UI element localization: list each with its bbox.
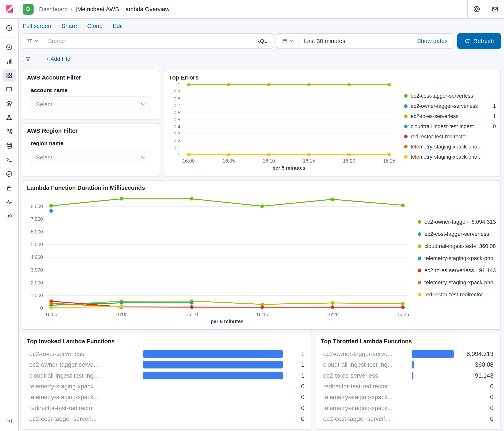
- sidebar-item-uptime[interactable]: [2, 168, 16, 180]
- dashboard-row-1: AWS Account Filter account name Select..…: [22, 70, 501, 176]
- add-filter-link[interactable]: + Add filter: [46, 56, 72, 62]
- bar-row[interactable]: telemetry-staging-xpack...0: [29, 382, 305, 391]
- save-query-button[interactable]: [22, 34, 43, 48]
- account-name-label: account name: [31, 87, 151, 94]
- kibana-app: D Dashboard / [Metricbeat AWS] Lambda Ov…: [0, 0, 504, 431]
- bar-row[interactable]: ec2-owner-tagger-serve...1: [29, 360, 305, 369]
- top-errors-chart[interactable]: 00.10.20.30.40.50.60.70.80.9116:0016:051…: [169, 81, 496, 172]
- sidebar-item-graph[interactable]: [2, 125, 16, 138]
- sidebar-item-dev-tools[interactable]: [2, 154, 16, 166]
- lambda-duration-chart[interactable]: 01,0002,0003,0004,0005,0006,0007,0008,00…: [27, 191, 496, 326]
- bar-value: 1: [287, 350, 305, 357]
- legend-item[interactable]: telemetry-staging-xpack-pho...: [418, 276, 496, 289]
- legend-item[interactable]: telemetry-staging-xpack-pho...: [418, 252, 496, 264]
- sidebar-item-dashboard[interactable]: [2, 69, 16, 82]
- sidebar-item-canvas[interactable]: [2, 83, 16, 96]
- search-input[interactable]: [43, 38, 251, 44]
- sidebar-item-management[interactable]: [2, 210, 16, 222]
- show-dates-link[interactable]: Show dates: [412, 38, 453, 44]
- axis-title: per 5 minutes: [272, 165, 305, 171]
- chart-canvas[interactable]: 00.10.20.30.40.50.60.70.80.9116:0016:051…: [169, 81, 400, 172]
- legend-item[interactable]: redirector-test-redirector: [404, 131, 496, 142]
- sidebar-item-discover[interactable]: [2, 41, 16, 54]
- bar-track: [143, 383, 283, 390]
- sidebar-item-metrics[interactable]: [2, 196, 16, 208]
- panel-title[interactable]: Top Throttled Lambda Functions: [321, 338, 496, 345]
- calendar-icon: [282, 38, 288, 44]
- legend-item[interactable]: redirector-test-redirector: [418, 289, 496, 301]
- select-placeholder: Select...: [36, 101, 57, 108]
- legend-item[interactable]: ec2-to-es-serverless91.143: [418, 264, 496, 276]
- legend-label: cloudtrail-ingest-test-i...: [424, 243, 476, 249]
- bar-label: telemetry-staging-xpack...: [29, 394, 139, 401]
- full-screen-link[interactable]: Full screen: [23, 23, 51, 29]
- legend-item[interactable]: telemetry-staging-xpack-pho...: [404, 142, 496, 152]
- bar-row[interactable]: cloudtrail-ingest-test-ing...360.08: [323, 360, 494, 369]
- legend-item[interactable]: ec2-cost-tagger-serverless: [404, 91, 496, 101]
- bar-row[interactable]: telemetry-staging-xpack...0: [29, 393, 305, 402]
- quick-select-button[interactable]: [277, 34, 298, 48]
- axis-tick-label: 16:00: [182, 158, 195, 164]
- legend-item[interactable]: ec2-owner-tagger-...8,094.313: [418, 216, 496, 228]
- collapse-nav-button[interactable]: [2, 415, 16, 427]
- bar-row[interactable]: redirector-test-redirector0: [29, 403, 305, 413]
- bar-label: redirector-test-redirector: [323, 383, 407, 390]
- account-name-select[interactable]: Select...: [31, 96, 151, 112]
- panel-title[interactable]: Lambda Function Duration in Milliseconds: [27, 184, 496, 191]
- collapse-nav-icon: [6, 417, 13, 424]
- aws-account-filter-panel: AWS Account Filter account name Select..…: [22, 70, 160, 119]
- sidebar-item-recently-viewed[interactable]: [2, 22, 16, 34]
- sidebar-item-maps[interactable]: [2, 97, 16, 110]
- legend-item[interactable]: ec2-owner-tagger-serverless1: [404, 101, 496, 111]
- share-link[interactable]: Share: [62, 23, 77, 29]
- time-range-value[interactable]: Last 30 minutes: [298, 38, 412, 44]
- bar-value: 0: [287, 405, 305, 412]
- bar-fill: [143, 361, 283, 368]
- panel-title[interactable]: Top Invoked Lambda Functions: [27, 338, 307, 345]
- legend-item[interactable]: ec2-cost-tagger-serverless: [418, 228, 496, 240]
- filter-options-button[interactable]: [23, 54, 34, 65]
- clone-link[interactable]: Clone: [87, 23, 102, 29]
- legend-label: telemetry-staging-xpack-pho...: [424, 279, 493, 286]
- panel-title[interactable]: AWS Account Filter: [27, 74, 155, 81]
- bar-fill: [412, 361, 414, 368]
- legend-value: 0: [493, 123, 496, 130]
- bar-row[interactable]: redirector-test-redirector0: [323, 382, 494, 391]
- refresh-button[interactable]: Refresh: [457, 33, 501, 49]
- region-name-select[interactable]: Select...: [31, 150, 151, 165]
- legend-label: telemetry-staging-xpack-pho...: [411, 154, 493, 160]
- legend-item[interactable]: telemetry-staging-xpack-pho...: [404, 152, 496, 162]
- axis-tick-label: 16:25: [397, 312, 409, 317]
- bar-row[interactable]: telemetry-staging-xpack...0: [323, 393, 494, 402]
- legend-item[interactable]: cloudtrail-ingest-test-ingest...0: [404, 121, 496, 131]
- help-button[interactable]: [468, 0, 486, 19]
- panel-title[interactable]: AWS Region Filter: [27, 127, 155, 134]
- bar-row[interactable]: ec2-to-es-serverless1: [29, 349, 305, 358]
- bar-row[interactable]: cloudtrail-ingest-test-ing...1: [29, 371, 305, 380]
- chart-canvas[interactable]: 01,0002,0003,0004,0005,0006,0007,0008,00…: [27, 191, 414, 326]
- kibana-logo[interactable]: [0, 0, 19, 19]
- legend-dot: [418, 269, 421, 272]
- sidebar-item-visualize[interactable]: [2, 55, 16, 68]
- newsfeed-button[interactable]: [486, 0, 504, 19]
- panel-title[interactable]: Top Errors: [169, 74, 496, 81]
- space-badge[interactable]: D: [23, 4, 34, 15]
- sidebar-item-machine-learning[interactable]: [2, 111, 16, 124]
- edit-link[interactable]: Edit: [113, 23, 123, 29]
- bar-label: ec2-cost-tagger-serverl...: [323, 415, 407, 422]
- sidebar-divider: [4, 37, 15, 38]
- chevron-down-icon: [35, 39, 38, 43]
- bar-row[interactable]: ec2-owner-tagger-serve...8,094.313: [323, 349, 494, 358]
- legend-item[interactable]: ec2-to-es-serverless1: [404, 111, 496, 121]
- sidebar-item-logs[interactable]: [2, 140, 16, 152]
- sidebar-item-security[interactable]: [2, 182, 16, 194]
- bar-row[interactable]: ec2-to-es-serverless91.143: [323, 371, 494, 380]
- bar-row[interactable]: ec2-cost-tagger-serverl...0: [323, 414, 494, 424]
- breadcrumb-dashboard[interactable]: Dashboard: [39, 6, 68, 12]
- axis-tick-label: 16:10: [263, 158, 275, 164]
- kql-toggle[interactable]: KQL: [251, 38, 273, 44]
- legend-dot: [418, 281, 421, 284]
- bar-row[interactable]: telemetry-staging-xpack...0: [323, 403, 494, 413]
- bar-row[interactable]: ec2-cost-tagger-serverl...0: [29, 414, 305, 424]
- legend-item[interactable]: cloudtrail-ingest-test-i...360.08: [418, 240, 496, 252]
